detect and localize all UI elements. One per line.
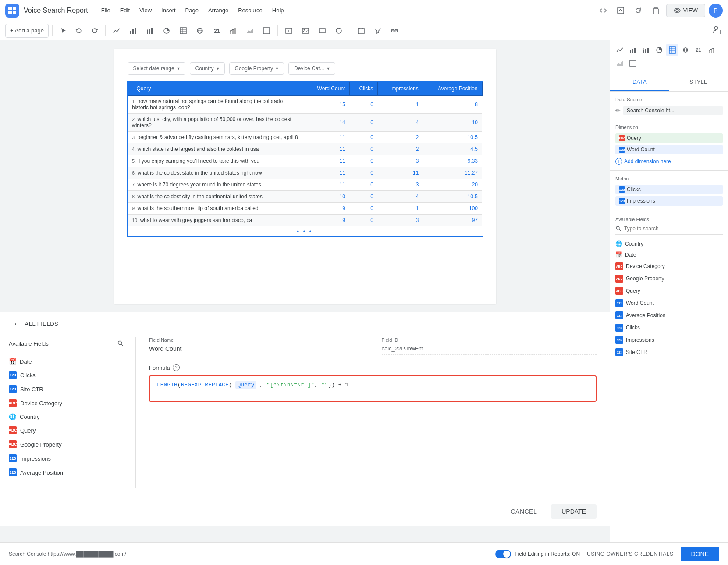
svg-rect-1: [13, 7, 16, 10]
google-property-filter[interactable]: Google Property ▾: [229, 62, 284, 75]
data-table-container[interactable]: Query Word Count Clicks Impressions Aver…: [128, 82, 483, 236]
add-collaborator-btn[interactable]: [712, 25, 723, 36]
field-name-group: Field Name Word Count: [149, 337, 364, 355]
svg-rect-51: [647, 48, 649, 53]
right-field-item[interactable]: 123Site CTR: [615, 346, 723, 358]
metric-chip-impressions[interactable]: 123 Impressions: [615, 196, 723, 206]
dimension-chip-query[interactable]: RBC Query: [615, 133, 723, 143]
data-control-tool[interactable]: [387, 24, 402, 38]
circle-tool[interactable]: [331, 24, 346, 38]
bottom-field-item[interactable]: 123Impressions: [9, 451, 127, 465]
area-chart-icon2[interactable]: [614, 57, 626, 69]
bottom-field-item[interactable]: ABCDevice Category: [9, 396, 127, 410]
table-resize-handle[interactable]: • • •: [128, 226, 483, 236]
resize-icon[interactable]: [614, 4, 628, 18]
scatter-icon2[interactable]: [627, 57, 639, 69]
canvas-scroll[interactable]: Select date range ▾ Country ▾ Google Pro…: [0, 40, 610, 542]
tab-style[interactable]: STYLE: [669, 73, 728, 91]
bottom-field-item[interactable]: 📅Date: [9, 355, 127, 368]
pie-chart-tool[interactable]: [159, 24, 174, 38]
right-field-item[interactable]: 123Impressions: [615, 334, 723, 346]
pie-icon[interactable]: [653, 44, 665, 56]
geo-chart-tool[interactable]: [192, 24, 207, 38]
bottom-field-item[interactable]: 🌐Country: [9, 410, 127, 423]
menu-arrange[interactable]: Arrange: [204, 5, 233, 15]
back-nav[interactable]: ← ALL FIELDS: [13, 319, 597, 329]
code-icon[interactable]: [596, 4, 610, 18]
available-fields-search-icon[interactable]: [114, 337, 127, 350]
update-button[interactable]: UPDATE: [551, 504, 597, 519]
avail-search-input[interactable]: [624, 225, 723, 232]
cancel-button[interactable]: CANCEL: [504, 504, 544, 519]
menu-file[interactable]: File: [97, 5, 115, 15]
right-field-item[interactable]: 123Clicks: [615, 322, 723, 334]
area-chart-tool[interactable]: [242, 24, 257, 38]
line-chart-icon[interactable]: [614, 44, 626, 56]
user-avatar[interactable]: P: [709, 4, 723, 18]
table-tool[interactable]: [176, 24, 191, 38]
refresh-icon[interactable]: [631, 4, 645, 18]
bottom-field-item[interactable]: ABCQuery: [9, 423, 127, 437]
right-field-item[interactable]: ABCQuery: [615, 285, 723, 297]
stacked-icon[interactable]: [640, 44, 652, 56]
bar-chart-tool[interactable]: [126, 24, 141, 38]
field-form-container: Field Name Word Count Field ID calc_22PJ…: [136, 337, 610, 488]
bottom-field-item[interactable]: 123Site CTR: [9, 382, 127, 396]
bottom-field-item[interactable]: 123Average Position: [9, 465, 127, 479]
rectangle-tool[interactable]: [315, 24, 330, 38]
text-type-icon: ABC: [9, 399, 17, 407]
menu-help[interactable]: Help: [268, 5, 288, 15]
bottom-field-item[interactable]: 123Clicks: [9, 368, 127, 382]
menu-resource[interactable]: Resource: [234, 5, 267, 15]
menu-insert[interactable]: Insert: [157, 5, 180, 15]
date-range-filter[interactable]: Select date range ▾: [128, 62, 185, 75]
add-page-button[interactable]: + Add a page: [5, 24, 49, 38]
combo-chart-icon2[interactable]: [706, 44, 718, 56]
formula-help-icon[interactable]: ?: [173, 364, 180, 371]
number-tool[interactable]: 21: [209, 24, 224, 38]
number-scorecard-icon[interactable]: 21: [692, 44, 705, 56]
date-filter-tool[interactable]: [354, 24, 369, 38]
right-field-item[interactable]: ABCGoogle Property: [615, 272, 723, 285]
view-button[interactable]: VIEW: [666, 4, 705, 17]
data-source-name[interactable]: Search Console ht...: [623, 106, 723, 115]
formula-box[interactable]: LENGTH(REGEXP_REPLACE( Query , "[^\t\n\f…: [149, 375, 597, 402]
add-dimension-btn[interactable]: + Add dimension here: [615, 156, 723, 167]
menu-page[interactable]: Page: [181, 5, 203, 15]
tab-data[interactable]: DATA: [610, 73, 669, 91]
svg-rect-8: [132, 29, 134, 34]
line-chart-tool[interactable]: [109, 24, 124, 38]
combo-chart-tool[interactable]: [226, 24, 241, 38]
device-category-filter[interactable]: Device Cat... ▾: [288, 62, 335, 75]
right-field-item[interactable]: 📅Date: [615, 249, 723, 260]
undo-button[interactable]: [72, 24, 86, 38]
scatter-chart-tool[interactable]: [259, 24, 274, 38]
geo-icon[interactable]: [679, 44, 692, 56]
cursor-tool[interactable]: [56, 24, 70, 38]
row-num: 9.: [132, 206, 136, 211]
redo-button[interactable]: [88, 24, 102, 38]
right-field-item[interactable]: 123Average Position: [615, 309, 723, 322]
country-filter[interactable]: Country ▾: [190, 62, 225, 75]
right-field-item[interactable]: 123Word Count: [615, 297, 723, 309]
cell-query: 6. what is the coldest state in the unit…: [128, 167, 305, 179]
text-tool[interactable]: T: [281, 24, 296, 38]
cell-clicks: 0: [350, 132, 378, 143]
bar-chart-icon[interactable]: [627, 44, 639, 56]
copy-icon[interactable]: [649, 4, 663, 18]
right-field-item[interactable]: ABCDevice Category: [615, 260, 723, 272]
menu-edit[interactable]: Edit: [116, 5, 134, 15]
edit-data-source-icon[interactable]: ✏: [615, 107, 621, 114]
metric-chip-clicks[interactable]: 123 Clicks: [615, 185, 723, 194]
bottom-field-item[interactable]: ABCGoogle Property: [9, 437, 127, 451]
cell-avg-pos: 10.5: [423, 191, 482, 203]
right-field-item[interactable]: 🌐Country: [615, 238, 723, 249]
filter-tool[interactable]: [370, 24, 385, 38]
image-tool[interactable]: [298, 24, 313, 38]
field-name-value[interactable]: Word Count: [149, 345, 364, 355]
formula-field-query[interactable]: Query: [235, 381, 256, 389]
table-chart-icon[interactable]: [666, 44, 678, 56]
dimension-chip-wordcount[interactable]: 123 Word Count: [615, 145, 723, 154]
menu-view[interactable]: View: [135, 5, 156, 15]
stacked-bar-tool[interactable]: [142, 24, 157, 38]
